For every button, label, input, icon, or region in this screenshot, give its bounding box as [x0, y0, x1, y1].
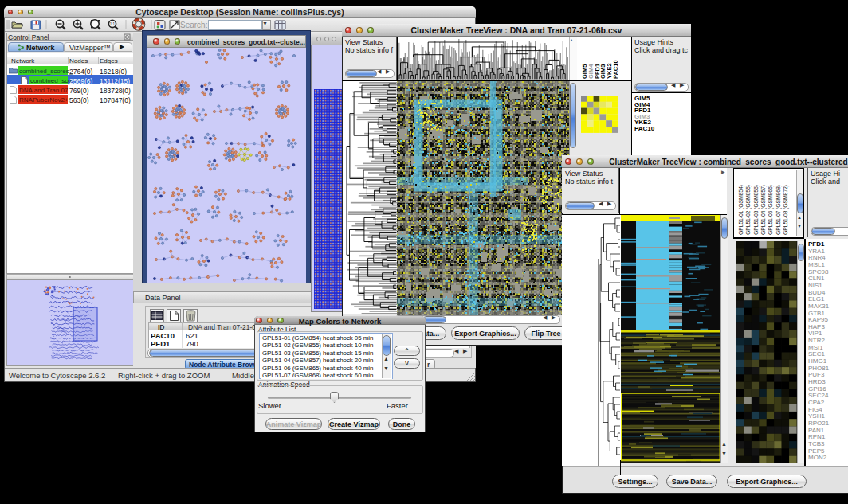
svg-text:1:1: 1:1 [110, 22, 116, 26]
